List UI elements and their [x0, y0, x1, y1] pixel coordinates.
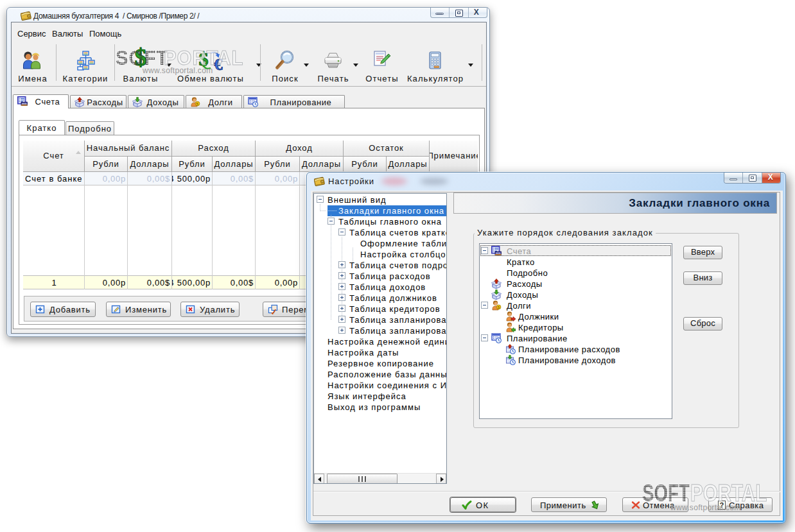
svg-text:$: $ — [135, 47, 147, 71]
svg-text:5: 5 — [197, 102, 199, 106]
svg-text:?: ? — [719, 501, 724, 509]
svg-text:€: € — [214, 55, 223, 72]
